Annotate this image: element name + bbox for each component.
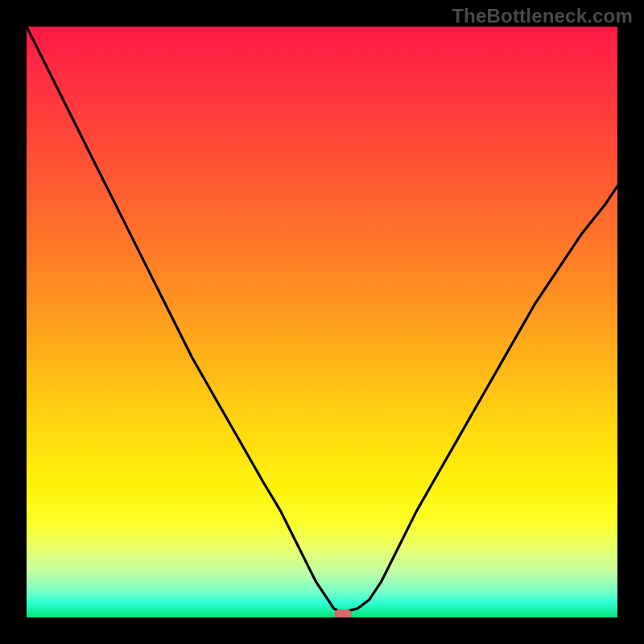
plot-area (27, 27, 617, 617)
chart-container: TheBottleneck.com (0, 0, 644, 644)
watermark-text: TheBottleneck.com (452, 5, 633, 27)
bottleneck-curve (27, 27, 617, 617)
minimum-marker (334, 609, 352, 617)
